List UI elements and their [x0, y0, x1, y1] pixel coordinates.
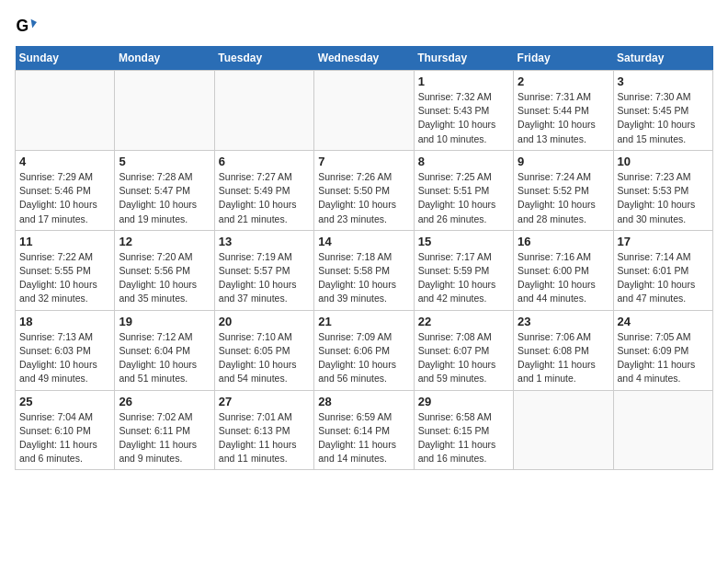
calendar-cell: 2Sunrise: 7:31 AM Sunset: 5:44 PM Daylig…: [514, 71, 613, 151]
day-info: Sunrise: 7:08 AM Sunset: 6:07 PM Dayligh…: [418, 330, 509, 386]
day-number: 11: [19, 235, 110, 248]
day-number: 4: [19, 155, 110, 168]
calendar-cell: [514, 390, 613, 470]
day-info: Sunrise: 7:09 AM Sunset: 6:06 PM Dayligh…: [318, 330, 409, 386]
calendar-cell: 11Sunrise: 7:22 AM Sunset: 5:55 PM Dayli…: [16, 230, 115, 310]
calendar-cell: 4Sunrise: 7:29 AM Sunset: 5:46 PM Daylig…: [16, 150, 115, 230]
calendar-body: 1Sunrise: 7:32 AM Sunset: 5:43 PM Daylig…: [16, 71, 713, 470]
calendar-cell: 7Sunrise: 7:26 AM Sunset: 5:50 PM Daylig…: [314, 150, 414, 230]
day-header-saturday: Saturday: [613, 46, 712, 71]
calendar-cell: 20Sunrise: 7:10 AM Sunset: 6:05 PM Dayli…: [214, 310, 313, 390]
day-info: Sunrise: 7:20 AM Sunset: 5:56 PM Dayligh…: [119, 250, 210, 306]
calendar-cell: 16Sunrise: 7:16 AM Sunset: 6:00 PM Dayli…: [514, 230, 613, 310]
day-info: Sunrise: 7:27 AM Sunset: 5:49 PM Dayligh…: [219, 170, 310, 226]
calendar-cell: [314, 71, 414, 151]
calendar-cell: 24Sunrise: 7:05 AM Sunset: 6:09 PM Dayli…: [613, 310, 712, 390]
day-number: 14: [318, 235, 409, 248]
day-info: Sunrise: 7:19 AM Sunset: 5:57 PM Dayligh…: [219, 250, 310, 306]
day-info: Sunrise: 6:59 AM Sunset: 6:14 PM Dayligh…: [318, 410, 409, 466]
day-info: Sunrise: 7:22 AM Sunset: 5:55 PM Dayligh…: [19, 250, 110, 306]
day-info: Sunrise: 6:58 AM Sunset: 6:15 PM Dayligh…: [418, 410, 509, 466]
day-number: 3: [618, 75, 709, 88]
calendar-table: SundayMondayTuesdayWednesdayThursdayFrid…: [15, 46, 713, 470]
day-number: 10: [618, 155, 709, 168]
calendar-cell: [613, 390, 712, 470]
calendar-cell: [115, 71, 214, 151]
calendar-cell: 5Sunrise: 7:28 AM Sunset: 5:47 PM Daylig…: [115, 150, 214, 230]
calendar-week-5: 25Sunrise: 7:04 AM Sunset: 6:10 PM Dayli…: [16, 390, 713, 470]
day-info: Sunrise: 7:24 AM Sunset: 5:52 PM Dayligh…: [518, 170, 609, 226]
day-info: Sunrise: 7:32 AM Sunset: 5:43 PM Dayligh…: [418, 90, 509, 146]
day-number: 17: [618, 235, 709, 248]
calendar-cell: 28Sunrise: 6:59 AM Sunset: 6:14 PM Dayli…: [314, 390, 414, 470]
day-info: Sunrise: 7:25 AM Sunset: 5:51 PM Dayligh…: [418, 170, 509, 226]
day-number: 24: [618, 315, 709, 328]
calendar-cell: 19Sunrise: 7:12 AM Sunset: 6:04 PM Dayli…: [115, 310, 214, 390]
logo-icon: G: [15, 15, 37, 37]
day-info: Sunrise: 7:14 AM Sunset: 6:01 PM Dayligh…: [618, 250, 709, 306]
day-info: Sunrise: 7:13 AM Sunset: 6:03 PM Dayligh…: [19, 330, 110, 386]
calendar-cell: 17Sunrise: 7:14 AM Sunset: 6:01 PM Dayli…: [613, 230, 712, 310]
day-number: 1: [418, 75, 509, 88]
svg-text:G: G: [17, 17, 29, 35]
calendar-week-4: 18Sunrise: 7:13 AM Sunset: 6:03 PM Dayli…: [16, 310, 713, 390]
calendar-cell: 23Sunrise: 7:06 AM Sunset: 6:08 PM Dayli…: [514, 310, 613, 390]
calendar-header-row: SundayMondayTuesdayWednesdayThursdayFrid…: [16, 46, 713, 71]
calendar-cell: 26Sunrise: 7:02 AM Sunset: 6:11 PM Dayli…: [115, 390, 214, 470]
day-number: 12: [119, 235, 210, 248]
day-number: 5: [119, 155, 210, 168]
calendar-cell: 22Sunrise: 7:08 AM Sunset: 6:07 PM Dayli…: [414, 310, 513, 390]
day-info: Sunrise: 7:26 AM Sunset: 5:50 PM Dayligh…: [318, 170, 409, 226]
calendar-cell: 1Sunrise: 7:32 AM Sunset: 5:43 PM Daylig…: [414, 71, 513, 151]
calendar-cell: 21Sunrise: 7:09 AM Sunset: 6:06 PM Dayli…: [314, 310, 414, 390]
calendar-cell: 6Sunrise: 7:27 AM Sunset: 5:49 PM Daylig…: [214, 150, 313, 230]
day-number: 19: [119, 315, 210, 328]
calendar-cell: 10Sunrise: 7:23 AM Sunset: 5:53 PM Dayli…: [613, 150, 712, 230]
calendar-cell: [214, 71, 313, 151]
calendar-cell: 8Sunrise: 7:25 AM Sunset: 5:51 PM Daylig…: [414, 150, 513, 230]
day-header-monday: Monday: [115, 46, 214, 71]
page-header: G: [15, 15, 713, 37]
day-number: 9: [518, 155, 609, 168]
day-number: 2: [518, 75, 609, 88]
calendar-cell: 13Sunrise: 7:19 AM Sunset: 5:57 PM Dayli…: [214, 230, 313, 310]
day-info: Sunrise: 7:06 AM Sunset: 6:08 PM Dayligh…: [518, 330, 609, 386]
calendar-cell: 9Sunrise: 7:24 AM Sunset: 5:52 PM Daylig…: [514, 150, 613, 230]
day-number: 21: [318, 315, 409, 328]
day-info: Sunrise: 7:18 AM Sunset: 5:58 PM Dayligh…: [318, 250, 409, 306]
logo: G: [15, 15, 40, 37]
calendar-cell: 29Sunrise: 6:58 AM Sunset: 6:15 PM Dayli…: [414, 390, 513, 470]
day-info: Sunrise: 7:04 AM Sunset: 6:10 PM Dayligh…: [19, 410, 110, 466]
day-header-sunday: Sunday: [16, 46, 115, 71]
day-number: 28: [318, 395, 409, 408]
day-info: Sunrise: 7:23 AM Sunset: 5:53 PM Dayligh…: [618, 170, 709, 226]
day-number: 15: [418, 235, 509, 248]
day-info: Sunrise: 7:01 AM Sunset: 6:13 PM Dayligh…: [219, 410, 310, 466]
calendar-cell: 12Sunrise: 7:20 AM Sunset: 5:56 PM Dayli…: [115, 230, 214, 310]
day-number: 6: [219, 155, 310, 168]
day-header-thursday: Thursday: [414, 46, 513, 71]
day-number: 25: [19, 395, 110, 408]
calendar-cell: 18Sunrise: 7:13 AM Sunset: 6:03 PM Dayli…: [16, 310, 115, 390]
day-number: 26: [119, 395, 210, 408]
day-number: 29: [418, 395, 509, 408]
day-info: Sunrise: 7:12 AM Sunset: 6:04 PM Dayligh…: [119, 330, 210, 386]
day-number: 23: [518, 315, 609, 328]
day-number: 18: [19, 315, 110, 328]
day-number: 16: [518, 235, 609, 248]
day-info: Sunrise: 7:31 AM Sunset: 5:44 PM Dayligh…: [518, 90, 609, 146]
day-number: 7: [318, 155, 409, 168]
calendar-cell: 25Sunrise: 7:04 AM Sunset: 6:10 PM Dayli…: [16, 390, 115, 470]
day-header-wednesday: Wednesday: [314, 46, 414, 71]
calendar-cell: 27Sunrise: 7:01 AM Sunset: 6:13 PM Dayli…: [214, 390, 313, 470]
day-info: Sunrise: 7:16 AM Sunset: 6:00 PM Dayligh…: [518, 250, 609, 306]
day-info: Sunrise: 7:29 AM Sunset: 5:46 PM Dayligh…: [19, 170, 110, 226]
day-header-tuesday: Tuesday: [214, 46, 313, 71]
calendar-cell: 3Sunrise: 7:30 AM Sunset: 5:45 PM Daylig…: [613, 71, 712, 151]
day-number: 22: [418, 315, 509, 328]
day-info: Sunrise: 7:05 AM Sunset: 6:09 PM Dayligh…: [618, 330, 709, 386]
calendar-cell: 14Sunrise: 7:18 AM Sunset: 5:58 PM Dayli…: [314, 230, 414, 310]
calendar-cell: 15Sunrise: 7:17 AM Sunset: 5:59 PM Dayli…: [414, 230, 513, 310]
day-info: Sunrise: 7:28 AM Sunset: 5:47 PM Dayligh…: [119, 170, 210, 226]
calendar-week-1: 1Sunrise: 7:32 AM Sunset: 5:43 PM Daylig…: [16, 71, 713, 151]
